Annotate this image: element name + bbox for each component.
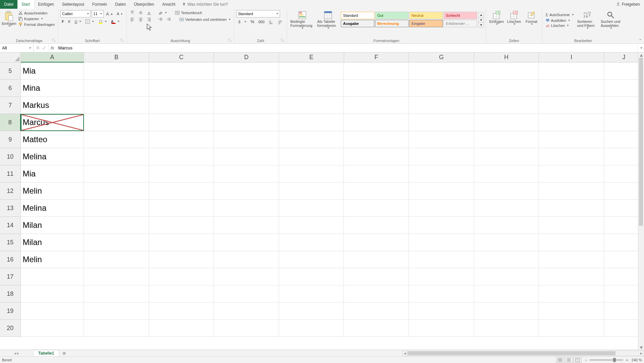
cell[interactable] bbox=[539, 131, 604, 148]
decrease-font-button[interactable]: A▼ bbox=[116, 11, 124, 16]
cell[interactable] bbox=[214, 200, 279, 217]
cell[interactable] bbox=[149, 285, 214, 302]
cell[interactable] bbox=[149, 63, 214, 80]
delete-cells-button[interactable]: × Löschen bbox=[506, 10, 522, 26]
cell[interactable] bbox=[474, 97, 539, 114]
row-header[interactable]: 11 bbox=[0, 165, 21, 183]
cell[interactable] bbox=[279, 80, 344, 97]
cell[interactable] bbox=[84, 234, 149, 251]
cell[interactable] bbox=[214, 131, 279, 148]
cell[interactable] bbox=[539, 251, 604, 268]
cell[interactable] bbox=[409, 251, 474, 268]
tab-insert[interactable]: Einfügen bbox=[34, 0, 58, 9]
cell[interactable] bbox=[409, 285, 474, 302]
fill-color-button[interactable] bbox=[97, 19, 108, 24]
hscroll-thumb[interactable] bbox=[407, 351, 615, 355]
cell[interactable] bbox=[539, 268, 604, 285]
cell[interactable] bbox=[344, 285, 409, 302]
sheet-nav-buttons[interactable]: ◂ ▸ bbox=[0, 350, 34, 356]
row-header[interactable]: 16 bbox=[0, 251, 21, 268]
cell[interactable] bbox=[149, 217, 214, 234]
format-as-table-button[interactable]: Als Tabelle formatieren bbox=[316, 10, 340, 30]
cell[interactable] bbox=[84, 97, 149, 114]
sort-filter-button[interactable]: AZ Sortieren und Filtern bbox=[576, 10, 599, 30]
cell[interactable] bbox=[279, 217, 344, 234]
cell[interactable] bbox=[84, 131, 149, 148]
row-header[interactable]: 19 bbox=[0, 302, 21, 320]
column-header-F[interactable]: F bbox=[344, 52, 409, 63]
cell[interactable] bbox=[539, 285, 604, 302]
cell[interactable] bbox=[474, 285, 539, 302]
hscroll-right-button[interactable]: ▸ bbox=[639, 351, 644, 356]
cell[interactable] bbox=[84, 200, 149, 217]
cell[interactable] bbox=[409, 97, 474, 114]
cell[interactable] bbox=[474, 234, 539, 251]
increase-indent-button[interactable] bbox=[165, 17, 173, 22]
cell[interactable] bbox=[344, 320, 409, 337]
cell[interactable] bbox=[149, 251, 214, 268]
tab-formulas[interactable]: Formeln bbox=[88, 0, 111, 9]
decrease-indent-button[interactable] bbox=[157, 17, 164, 22]
decrease-decimal-button[interactable]: ,00,0 bbox=[277, 19, 285, 25]
column-header-C[interactable]: C bbox=[149, 52, 214, 63]
align-top-button[interactable] bbox=[129, 10, 136, 15]
cell[interactable] bbox=[84, 183, 149, 200]
find-select-button[interactable]: Suchen und Auswählen bbox=[599, 10, 622, 30]
cell[interactable] bbox=[279, 165, 344, 183]
cell[interactable] bbox=[214, 183, 279, 200]
paste-button[interactable]: Einfügen bbox=[2, 10, 16, 28]
cell[interactable] bbox=[539, 320, 604, 337]
column-header-D[interactable]: D bbox=[214, 52, 279, 63]
cell[interactable] bbox=[474, 251, 539, 268]
underline-button[interactable]: U bbox=[73, 19, 83, 24]
cell[interactable]: Mia bbox=[21, 63, 84, 80]
cell[interactable] bbox=[149, 320, 214, 337]
row-header[interactable]: 6 bbox=[0, 80, 21, 97]
formula-input[interactable]: Marcus bbox=[56, 44, 637, 52]
styles-scroll-up[interactable]: ▲ bbox=[479, 12, 484, 17]
increase-decimal-button[interactable]: ,0,00 bbox=[267, 19, 275, 25]
cell[interactable] bbox=[539, 148, 604, 165]
merge-center-button[interactable]: Verbinden und zentrieren bbox=[178, 17, 232, 22]
column-header-B[interactable]: B bbox=[84, 52, 149, 63]
cell[interactable] bbox=[149, 165, 214, 183]
cell[interactable] bbox=[409, 80, 474, 97]
formula-expand-button[interactable] bbox=[637, 44, 644, 52]
increase-font-button[interactable]: A▲ bbox=[105, 11, 114, 17]
column-header-G[interactable]: G bbox=[409, 52, 474, 63]
cell[interactable] bbox=[409, 114, 474, 131]
accounting-format-button[interactable]: $ bbox=[236, 19, 248, 25]
row-header[interactable]: 20 bbox=[0, 320, 21, 337]
conditional-formatting-button[interactable]: Bedingte Formatierung bbox=[289, 10, 315, 30]
cell[interactable] bbox=[214, 165, 279, 183]
cell[interactable] bbox=[149, 97, 214, 114]
column-header-A[interactable]: A bbox=[21, 52, 84, 63]
sheet-tab-1[interactable]: Tabelle1 bbox=[34, 350, 59, 356]
cell[interactable] bbox=[21, 285, 84, 302]
cell[interactable] bbox=[344, 268, 409, 285]
cell[interactable] bbox=[214, 302, 279, 320]
cell[interactable] bbox=[84, 285, 149, 302]
cell[interactable] bbox=[214, 285, 279, 302]
cell[interactable] bbox=[344, 217, 409, 234]
row-header[interactable]: 9 bbox=[0, 131, 21, 148]
cell[interactable] bbox=[344, 114, 409, 131]
cell[interactable] bbox=[279, 114, 344, 131]
cell[interactable] bbox=[279, 97, 344, 114]
cell[interactable] bbox=[539, 97, 604, 114]
cell-style-explanatory[interactable]: Erklärender ... bbox=[444, 20, 477, 27]
tab-home[interactable]: Start bbox=[17, 0, 34, 9]
cell[interactable]: Melina bbox=[21, 148, 84, 165]
cell[interactable] bbox=[539, 114, 604, 131]
cell[interactable] bbox=[149, 114, 214, 131]
cell[interactable] bbox=[214, 320, 279, 337]
cell[interactable] bbox=[21, 320, 84, 337]
cell[interactable] bbox=[279, 251, 344, 268]
horizontal-scrollbar[interactable]: ◂ ▸ bbox=[402, 351, 644, 356]
cell[interactable] bbox=[21, 268, 84, 285]
cell[interactable] bbox=[214, 97, 279, 114]
cell[interactable] bbox=[149, 80, 214, 97]
cell[interactable] bbox=[279, 200, 344, 217]
row-header[interactable]: 18 bbox=[0, 285, 21, 302]
fx-icon[interactable]: fx bbox=[49, 44, 56, 52]
